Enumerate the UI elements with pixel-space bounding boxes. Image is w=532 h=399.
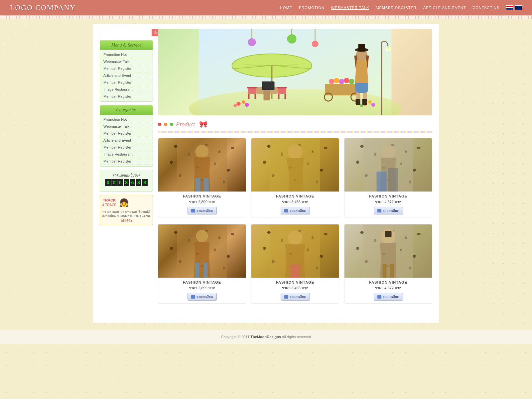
detail-btn-3[interactable]: รายละเอียด <box>374 207 403 214</box>
track-trace-box[interactable]: TRACK & TRACE 👧 ตรวจสอบสถานะ EMS และ ไปร… <box>100 195 153 225</box>
svg-rect-10 <box>264 90 270 100</box>
nav-home[interactable]: HOME <box>280 6 292 10</box>
counter-d3: 8 <box>124 179 129 186</box>
flag-english[interactable] <box>515 5 522 10</box>
svg-rect-61 <box>388 168 398 192</box>
detail-btn-1[interactable]: รายละเอียด <box>188 207 217 214</box>
flag-icons <box>506 5 522 10</box>
product-card-1: FASHION VINTAGE ราคา 2,899 บาท รายละเอีย… <box>158 138 246 217</box>
product-price-1: ราคา 2,899 บาท <box>161 199 243 205</box>
svg-rect-13 <box>248 94 250 99</box>
product-card-3: FASHION VINTAGE ราคา 4,372 บาท รายละเอีย… <box>344 138 432 217</box>
detail-label-6: รายละเอียด <box>383 294 399 299</box>
detail-btn-2[interactable]: รายละเอียด <box>281 207 310 214</box>
menu-item-promotion-hot[interactable]: Promotion Hot <box>100 51 153 58</box>
svg-point-46 <box>248 38 256 46</box>
product-card-2: FASHION VINTAGE ราคา 3,456 บาท รายละเอีย… <box>251 138 339 217</box>
svg-point-28 <box>349 79 354 84</box>
menu-item-member-register-1[interactable]: Member Register <box>100 65 153 72</box>
dot-green <box>170 123 173 126</box>
product-image-5 <box>251 224 339 278</box>
product-title-text: Product <box>176 121 195 128</box>
flag-thailand[interactable] <box>506 5 513 10</box>
svg-rect-20 <box>263 82 274 89</box>
sidebar: Search Menu & Service Promotion Hot Webm… <box>100 29 153 310</box>
counter-section: สถิติแม้จ้อมเว็บไซต์ 0 0 6 8 6 8 8 <box>100 170 153 192</box>
product-name-3: FASHION VINTAGE <box>347 194 429 198</box>
track-subtitle: & TRACE <box>102 203 116 207</box>
svg-point-45 <box>386 46 391 52</box>
svg-point-24 <box>329 79 334 84</box>
svg-rect-42 <box>356 99 360 105</box>
svg-point-27 <box>344 78 349 83</box>
categories-title: Categories <box>100 105 153 115</box>
product-image-3 <box>344 138 432 192</box>
main-nav: HOME PROMOTION WEBMASTER TALK MEMBER REG… <box>280 5 522 10</box>
nav-member-register[interactable]: MEMBER REGISTER <box>376 6 417 10</box>
counter-display: 0 0 6 8 6 8 8 <box>103 179 150 186</box>
product-image-1 <box>158 138 246 192</box>
detail-label-4: รายละเอียด <box>197 294 213 299</box>
track-cta[interactable]: คลิกที่นี่ ! <box>102 219 151 223</box>
counter-d2: 6 <box>117 179 123 186</box>
detail-label-3: รายละเอียด <box>383 208 399 213</box>
product-price-2: ราคา 3,456 บาท <box>254 199 336 205</box>
product-name-5: FASHION VINTAGE <box>254 280 336 284</box>
track-description: ตรวจสอบสถานะ EMS และ ไปรษณีย์ลงทะเบียน ภ… <box>102 210 151 218</box>
cart-icon-4 <box>191 295 195 299</box>
svg-point-31 <box>245 103 249 107</box>
menu-item-article-event[interactable]: Article and Event <box>100 72 153 79</box>
svg-rect-71 <box>385 231 392 237</box>
product-name-4: FASHION VINTAGE <box>161 280 243 284</box>
nav-promotion[interactable]: PROMOTION <box>299 6 325 10</box>
cat-item-member-register-2[interactable]: Member Register <box>100 144 153 151</box>
cat-item-image-restaurant[interactable]: Image Restaurant <box>100 151 153 158</box>
detail-btn-6[interactable]: รายละเอียด <box>374 293 403 301</box>
menu-item-image-restaurant[interactable]: Image Restaurant <box>100 86 153 93</box>
svg-point-48 <box>312 41 319 47</box>
svg-point-34 <box>368 100 372 104</box>
counter-d5: 8 <box>136 179 141 186</box>
main-container: Search Menu & Service Promotion Hot Webm… <box>93 24 439 323</box>
cat-item-webmaster-talk[interactable]: Webmaster Talk <box>100 123 153 130</box>
footer-brand: TheMoonDesigns <box>250 335 281 339</box>
menu-item-webmaster-talk[interactable]: Webmaster Talk <box>100 58 153 65</box>
svg-rect-43 <box>362 99 367 105</box>
logo: LOGO COMPANY <box>10 3 76 12</box>
detail-btn-4[interactable]: รายละเอียด <box>188 293 217 301</box>
svg-point-47 <box>287 34 297 44</box>
svg-point-26 <box>339 79 344 84</box>
product-name-6: FASHION VINTAGE <box>347 280 429 284</box>
cat-item-member-register-1[interactable]: Member Register <box>100 130 153 137</box>
categories-list: Promotion Hot Webmaster Talk Member Regi… <box>100 115 153 166</box>
content-wrapper: Search Menu & Service Promotion Hot Webm… <box>100 29 432 310</box>
product-info-1: FASHION VINTAGE ราคา 2,899 บาท รายละเอีย… <box>158 192 246 217</box>
cart-icon-3 <box>377 209 381 212</box>
svg-rect-12 <box>247 87 257 88</box>
footer: Copyright © 2011 TheMoonDesigns All righ… <box>0 330 532 344</box>
menu-item-member-register-2[interactable]: Member Register <box>100 79 153 86</box>
menu-item-member-register-3[interactable]: Member Register <box>100 93 153 100</box>
nav-contact-us[interactable]: CONTACT US <box>473 6 500 10</box>
detail-label-1: รายละเอียด <box>197 208 213 213</box>
cat-item-article-event[interactable]: Article and Event <box>100 137 153 144</box>
counter-d4: 6 <box>130 179 135 186</box>
search-input[interactable] <box>100 29 150 36</box>
product-info-3: FASHION VINTAGE ราคา 4,372 บาท รายละเอีย… <box>344 192 432 217</box>
cart-icon-6 <box>377 295 381 299</box>
svg-point-32 <box>234 104 237 107</box>
svg-rect-18 <box>285 94 286 99</box>
track-mascot-icon: 👧 <box>119 197 129 208</box>
svg-rect-68 <box>290 264 300 278</box>
nav-webmaster-talk[interactable]: WEBMASTER TALK <box>331 6 369 10</box>
nav-article-event[interactable]: ARTICLE AND EVENT <box>423 6 466 10</box>
product-price-6: ราคา 4,372 บาท <box>347 285 429 291</box>
product-grid-row2: FASHION VINTAGE ราคา 2,899 บาท รายละเอีย… <box>158 224 432 304</box>
cat-item-member-register-3[interactable]: Member Register <box>100 158 153 165</box>
product-price-3: ราคา 4,372 บาท <box>347 199 429 205</box>
detail-btn-5[interactable]: รายละเอียด <box>281 293 310 301</box>
product-info-6: FASHION VINTAGE ราคา 4,372 บาท รายละเอีย… <box>344 278 432 303</box>
categories-section: Categories Promotion Hot Webmaster Talk … <box>100 105 153 167</box>
cat-item-promotion-hot[interactable]: Promotion Hot <box>100 116 153 123</box>
svg-rect-72 <box>383 264 387 278</box>
